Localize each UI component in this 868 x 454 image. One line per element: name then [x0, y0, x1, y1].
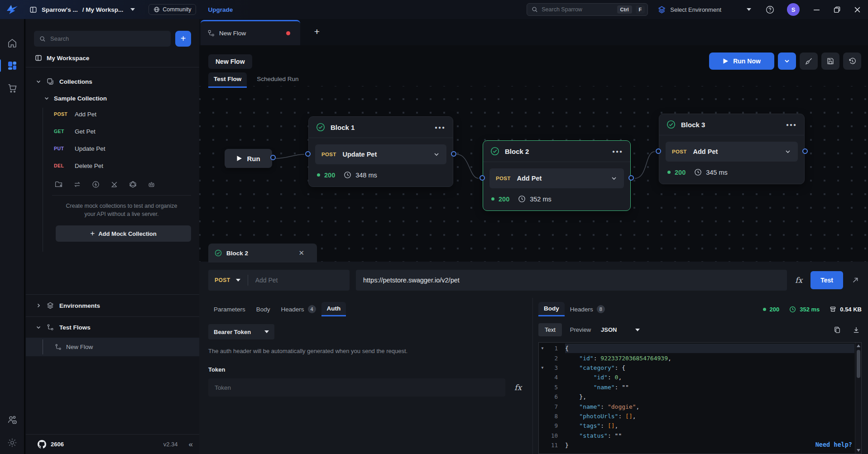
request-item-delete-pet[interactable]: DEL Delete Pet [54, 157, 199, 174]
code-line[interactable]: 8 "photoUrls": [], [539, 411, 854, 421]
run-node[interactable]: Run [225, 149, 272, 168]
code-line[interactable]: 6 }, [539, 392, 854, 401]
ai-assistant-icon[interactable] [148, 181, 155, 188]
environments-section[interactable]: Environments [26, 294, 199, 317]
flow-item-new-flow[interactable]: New Flow [26, 338, 199, 356]
code-line[interactable]: ▼1{ [539, 344, 854, 353]
run-now-button[interactable]: Run Now [709, 53, 774, 70]
input-port[interactable] [656, 148, 661, 154]
download-icon[interactable] [853, 326, 860, 334]
block-menu-button[interactable]: ●●● [786, 122, 797, 127]
request-item-add-pet[interactable]: POST Add Pet [54, 105, 199, 123]
tab-auth[interactable]: Auth [321, 302, 346, 316]
code-line[interactable]: 2 "id": 9223372036854764939, [539, 353, 854, 363]
copy-icon[interactable] [834, 326, 841, 334]
method-label[interactable]: POST [215, 277, 230, 283]
format-selector[interactable]: JSON [601, 326, 639, 333]
github-icon[interactable] [38, 440, 46, 449]
request-item-update-pet[interactable]: PUT Update Pet [54, 140, 199, 157]
view-text-button[interactable]: Text [538, 323, 562, 336]
rail-workspace-button[interactable] [0, 54, 24, 77]
tab-response-body[interactable]: Body [538, 302, 565, 316]
window-restore-button[interactable] [834, 6, 840, 13]
request-item-get-pet[interactable]: GET Get Pet [54, 123, 199, 140]
editor-scrollbar[interactable] [855, 343, 861, 454]
test-flows-section[interactable]: Test Flows [26, 317, 199, 338]
chevron-down-icon[interactable] [36, 325, 41, 330]
code-line[interactable]: 10 "status": "" [539, 431, 854, 440]
block-request-selector[interactable]: POST Add Pet [666, 142, 798, 162]
block-menu-button[interactable]: ●●● [435, 125, 446, 130]
github-star-count[interactable]: 2606 [51, 441, 64, 448]
add-mock-collection-button[interactable]: + Add Mock Collection [56, 225, 191, 242]
need-help-link[interactable]: Need help? [815, 441, 852, 448]
swap-requests-icon[interactable] [73, 181, 81, 188]
response-code-editor[interactable]: ▼1{2 "id": 9223372036854764939,▼3 "categ… [538, 342, 862, 454]
rail-home-button[interactable] [0, 32, 24, 54]
tab-new-flow[interactable]: New Flow [201, 20, 300, 45]
method-selector[interactable]: POST [208, 270, 350, 291]
tab-parameters[interactable]: Parameters [208, 303, 251, 316]
token-input[interactable] [208, 378, 505, 397]
sidebar-search-input[interactable] [50, 35, 165, 42]
code-line[interactable]: 7 "name": "doggie", [539, 401, 854, 411]
chevron-down-icon[interactable] [36, 79, 41, 84]
view-preview-button[interactable]: Preview [570, 326, 591, 333]
open-in-new-icon[interactable] [849, 276, 861, 284]
block-request-selector[interactable]: POST Update Pet [315, 144, 446, 164]
save-button[interactable] [821, 53, 839, 70]
global-search-input[interactable] [542, 6, 613, 13]
output-port[interactable] [802, 148, 808, 154]
code-line[interactable]: 5 "name": "" [539, 382, 854, 392]
input-port[interactable] [305, 151, 311, 157]
community-button[interactable]: Community [149, 4, 196, 15]
breadcrumb-workspace[interactable]: Sparrow's ... [42, 6, 78, 13]
scroll-up-arrow-icon[interactable] [857, 344, 860, 347]
input-port[interactable] [480, 175, 485, 181]
block-menu-button[interactable]: ●●● [612, 149, 623, 154]
history-button[interactable] [843, 53, 861, 70]
tab-scheduled-run[interactable]: Scheduled Run [251, 72, 304, 88]
auth-type-selector[interactable]: Bearer Token [208, 324, 274, 339]
upgrade-link[interactable]: Upgrade [208, 6, 233, 13]
collection-item[interactable]: Sample Collection [44, 91, 199, 105]
collections-section-header[interactable]: Collections [36, 74, 199, 89]
tab-test-flow[interactable]: Test Flow [208, 72, 247, 88]
rail-community-button[interactable] [0, 409, 24, 431]
code-line[interactable]: ▼3 "category": { [539, 363, 854, 373]
request-name-input[interactable] [255, 277, 343, 284]
code-line[interactable]: 4 "id": 0, [539, 373, 854, 382]
add-folder-icon[interactable] [55, 181, 62, 188]
window-minimize-button[interactable] [813, 6, 820, 13]
dynamic-expression-button[interactable]: fx [793, 276, 804, 285]
test-button[interactable]: Test [810, 271, 843, 289]
block-detail-tab[interactable]: Block 2 ✕ [208, 244, 317, 263]
rail-marketplace-button[interactable] [0, 77, 24, 100]
scrollbar-thumb[interactable] [857, 350, 860, 378]
clear-canvas-button[interactable] [800, 53, 818, 70]
scroll-down-arrow-icon[interactable] [857, 449, 860, 452]
add-new-button[interactable]: + [175, 31, 191, 47]
new-tab-button[interactable]: + [310, 24, 324, 39]
graphql-icon[interactable] [129, 181, 137, 188]
output-port[interactable] [451, 151, 456, 157]
tab-headers[interactable]: Headers 4 [276, 302, 321, 316]
code-line[interactable]: 11} [539, 440, 854, 450]
url-input[interactable] [356, 270, 787, 291]
output-port[interactable] [270, 155, 276, 160]
mock-disabled-icon[interactable] [110, 181, 118, 188]
flow-block-1[interactable]: Block 1 ●●● POST Update Pet 200 348 ms [308, 116, 453, 187]
workspace-caret-icon[interactable] [130, 8, 135, 11]
run-options-dropdown-button[interactable] [778, 53, 796, 70]
tab-response-headers[interactable]: Headers 8 [565, 302, 610, 316]
flow-block-2[interactable]: Block 2 ●●● POST Add Pet 200 352 ms [483, 140, 631, 211]
tab-body[interactable]: Body [251, 303, 276, 316]
block-request-selector[interactable]: POST Add Pet [489, 168, 624, 188]
code-line[interactable]: 9 "tags": [], [539, 421, 854, 430]
chevron-down-icon[interactable] [44, 96, 49, 101]
socket-icon[interactable] [92, 181, 100, 188]
flow-name-box[interactable]: New Flow [208, 54, 252, 69]
user-avatar[interactable]: S [787, 3, 800, 16]
collapse-sidebar-button[interactable]: « [189, 440, 192, 449]
flow-canvas[interactable]: Run Block 1 ●●● POST Update Pet [199, 86, 868, 262]
